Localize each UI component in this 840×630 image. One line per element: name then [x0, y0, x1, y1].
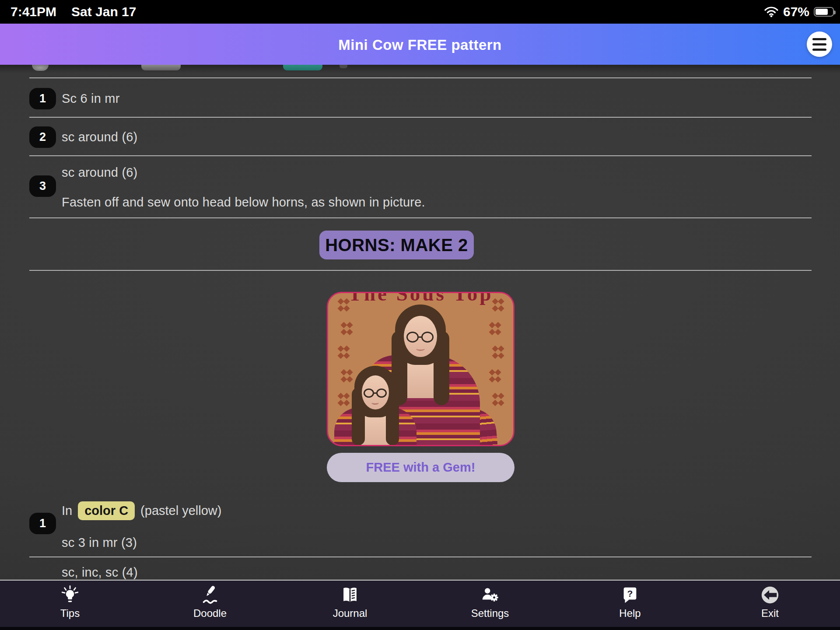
divider [29, 556, 812, 557]
divider [29, 77, 812, 78]
instruction-text: Fasten off and sew onto head below horns… [62, 194, 425, 210]
row-number-badge: 2 [29, 126, 56, 148]
instruction-text-partial: sc, inc, sc (4) [62, 564, 138, 580]
home-indicator-strip [0, 627, 840, 630]
free-with-gem-button[interactable]: FREE with a Gem! [327, 453, 514, 482]
app-header: Mini Cow FREE pattern [0, 24, 840, 65]
clock-date: Sat Jan 17 [71, 4, 136, 19]
nav-label: Journal [333, 607, 368, 620]
battery-icon [814, 7, 834, 17]
instruction-text: In color C (pastel yellow) [62, 500, 221, 521]
diamond-cluster-icon: ◆◆ ◆◆ [484, 345, 511, 359]
diamond-cluster-icon: ◆◆ ◆◆ [330, 298, 357, 312]
section-heading: HORNS: MAKE 2 [319, 231, 474, 259]
nav-item-journal[interactable]: Journal [315, 585, 385, 620]
nav-item-tips[interactable]: Tips [35, 585, 105, 620]
promo-image[interactable]: The Sous Top ◆◆ ◆◆ ◆◆ ◆◆ ◆◆ ◆◆ ◆◆ ◆◆ ◆◆ … [327, 292, 514, 446]
ornament-column: ◆◆ ◆◆ ◆◆ ◆◆ ◆◆ ◆◆ ◆◆ ◆◆ ◆◆ ◆◆ [484, 294, 511, 445]
diamond-cluster-icon: ◆◆ ◆◆ [478, 368, 511, 382]
divider [29, 217, 812, 218]
diamond-cluster-icon: ◆◆ ◆◆ [484, 298, 511, 312]
clipped-row-fragment [340, 65, 347, 68]
journal-book-icon [340, 585, 360, 605]
color-c-chip: color C [78, 501, 135, 520]
clock-time: 7:41PM [10, 4, 56, 19]
bottom-nav-bar: Tips Doodle Journal [0, 580, 840, 630]
clipped-row-fragment [32, 65, 49, 71]
status-indicators: 67% [764, 0, 834, 24]
instruction-text: Sc 6 in mr [62, 91, 120, 106]
settings-person-gear-icon [480, 585, 500, 605]
row-number-badge: 3 [29, 175, 56, 197]
divider [29, 117, 812, 118]
pattern-content[interactable]: 1 Sc 6 in mr 2 sc around (6) sc around (… [0, 65, 840, 580]
instruction-suffix: (pastel yellow) [140, 504, 221, 518]
clipped-row-fragment [283, 65, 322, 70]
exit-arrow-icon [760, 585, 780, 605]
status-bar: 7:41PM Sat Jan 17 67% [0, 0, 840, 24]
help-bubble-icon: ? [620, 585, 640, 605]
diamond-cluster-icon: ◆◆ ◆◆ [478, 321, 511, 335]
page-title: Mini Cow FREE pattern [0, 37, 840, 53]
instruction-prefix: In [62, 504, 72, 518]
nav-label: Doodle [193, 607, 227, 620]
instruction-text: sc 3 in mr (3) [62, 535, 137, 550]
nav-label: Settings [471, 607, 509, 620]
nav-label: Help [619, 607, 640, 620]
nav-label: Exit [761, 607, 779, 620]
row-number-badge: 1 [29, 88, 56, 109]
diamond-cluster-icon: ◆◆ ◆◆ [336, 321, 357, 335]
diamond-cluster-icon: ◆◆ ◆◆ [330, 345, 357, 359]
divider [29, 155, 812, 156]
lightbulb-icon [60, 585, 80, 605]
question-mark-glyph: ? [627, 588, 633, 598]
instruction-text: sc around (6) [62, 164, 137, 180]
clipped-row-fragment [141, 65, 181, 70]
nav-item-help[interactable]: ? Help [595, 585, 665, 620]
nav-item-doodle[interactable]: Doodle [175, 585, 245, 620]
doodle-pen-icon [200, 585, 220, 605]
diamond-cluster-icon: ◆◆ ◆◆ [336, 368, 357, 382]
diamond-cluster-icon: ◆◆ ◆◆ [484, 392, 511, 406]
nav-label: Tips [60, 607, 80, 620]
hamburger-menu-icon [812, 38, 826, 40]
wifi-icon [764, 6, 779, 18]
menu-button[interactable] [807, 32, 832, 57]
row-number-badge: 1 [29, 513, 56, 534]
nav-item-settings[interactable]: Settings [455, 585, 525, 620]
instruction-text: sc around (6) [62, 129, 137, 145]
divider [29, 270, 812, 271]
nav-item-exit[interactable]: Exit [735, 585, 805, 620]
battery-percent: 67% [783, 4, 809, 19]
